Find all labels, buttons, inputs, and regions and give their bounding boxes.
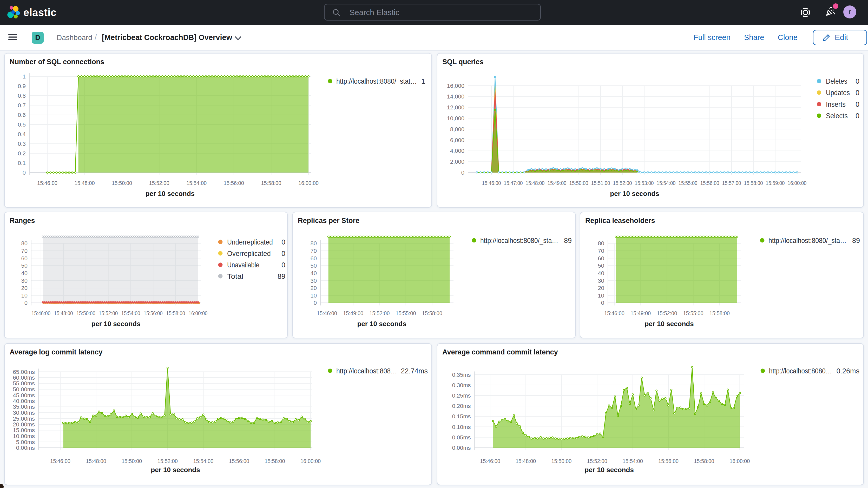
svg-text:http://localhost:808…: http://localhost:808… <box>336 367 397 375</box>
svg-text:10: 10 <box>311 292 317 299</box>
svg-text:8,000: 8,000 <box>450 126 464 132</box>
svg-text:15:56:00: 15:56:00 <box>658 458 679 464</box>
svg-text:65.00ms: 65.00ms <box>13 369 35 375</box>
svg-text:15:50:00: 15:50:00 <box>76 310 95 316</box>
svg-text:16:00:00: 16:00:00 <box>788 180 807 186</box>
svg-text:15:48:00: 15:48:00 <box>54 310 73 316</box>
svg-text:Overreplicated: Overreplicated <box>227 250 271 257</box>
svg-text:15:54:00: 15:54:00 <box>657 180 676 186</box>
svg-text:16:00:00: 16:00:00 <box>301 458 321 464</box>
svg-text:60: 60 <box>21 255 28 262</box>
svg-text:15:58:00: 15:58:00 <box>694 458 714 464</box>
svg-text:60: 60 <box>311 255 317 262</box>
svg-text:30: 30 <box>311 277 317 284</box>
svg-text:0.30ms: 0.30ms <box>452 382 471 389</box>
svg-text:15:50:00: 15:50:00 <box>551 458 571 464</box>
svg-text:0.7: 0.7 <box>18 102 26 109</box>
svg-text:http://localhost:8080/_stat…: http://localhost:8080/_stat… <box>336 78 417 85</box>
svg-text:1: 1 <box>421 78 425 85</box>
svg-text:89: 89 <box>278 273 285 280</box>
svg-text:15:54:00: 15:54:00 <box>193 458 213 464</box>
svg-text:per 10 seconds: per 10 seconds <box>645 320 693 328</box>
svg-text:15:58:00: 15:58:00 <box>422 310 442 316</box>
svg-text:10,000: 10,000 <box>447 115 464 122</box>
svg-text:15:54:00: 15:54:00 <box>623 458 643 464</box>
svg-text:15:59:00: 15:59:00 <box>766 180 785 186</box>
svg-text:15:46:00: 15:46:00 <box>480 458 500 464</box>
svg-text:0: 0 <box>314 300 317 306</box>
svg-text:0.15ms: 0.15ms <box>452 413 471 420</box>
svg-text:10: 10 <box>21 292 28 299</box>
svg-text:40.00ms: 40.00ms <box>13 398 35 404</box>
svg-text:http://localhost:8080/_sta…: http://localhost:8080/_sta… <box>769 237 846 245</box>
svg-text:0.1: 0.1 <box>18 160 26 166</box>
svg-text:89: 89 <box>564 237 572 245</box>
svg-text:35.00ms: 35.00ms <box>13 403 35 410</box>
svg-text:16,000: 16,000 <box>447 83 464 89</box>
svg-text:20.00ms: 20.00ms <box>13 421 35 428</box>
svg-text:15:55:00: 15:55:00 <box>683 310 704 316</box>
svg-text:40: 40 <box>311 270 317 276</box>
svg-text:15:46:00: 15:46:00 <box>604 310 624 316</box>
svg-text:15:48:00: 15:48:00 <box>74 180 95 186</box>
svg-text:15:53:00: 15:53:00 <box>635 180 654 186</box>
svg-text:6,000: 6,000 <box>450 137 464 144</box>
svg-text:15:49:00: 15:49:00 <box>548 180 566 186</box>
svg-text:15:56:00: 15:56:00 <box>224 180 244 186</box>
svg-text:0: 0 <box>856 89 860 97</box>
svg-text:Inserts: Inserts <box>826 100 846 109</box>
svg-text:70: 70 <box>311 248 317 254</box>
svg-text:89: 89 <box>852 237 860 245</box>
svg-text:0.5: 0.5 <box>18 121 26 128</box>
svg-text:15:51:00: 15:51:00 <box>591 180 610 186</box>
svg-text:0.05ms: 0.05ms <box>452 434 471 441</box>
svg-text:0: 0 <box>461 170 464 176</box>
svg-text:0: 0 <box>856 78 860 85</box>
svg-text:0.8: 0.8 <box>18 92 26 99</box>
svg-text:20: 20 <box>598 285 604 291</box>
svg-text:5.00ms: 5.00ms <box>16 439 35 446</box>
svg-text:per 10 seconds: per 10 seconds <box>585 466 634 474</box>
svg-text:10.00ms: 10.00ms <box>13 433 35 439</box>
svg-text:0.6: 0.6 <box>18 112 26 118</box>
svg-text:0.4: 0.4 <box>18 131 26 138</box>
svg-text:per 10 seconds: per 10 seconds <box>151 466 200 474</box>
svg-text:55.00ms: 55.00ms <box>13 380 35 387</box>
svg-text:0.3: 0.3 <box>18 141 26 147</box>
svg-text:http://localhost:8080…: http://localhost:8080… <box>769 367 832 375</box>
svg-text:0.9: 0.9 <box>18 83 26 89</box>
svg-text:http://localhost:8080/_sta…: http://localhost:8080/_sta… <box>480 237 558 245</box>
svg-text:15:49:00: 15:49:00 <box>630 310 651 316</box>
svg-text:10: 10 <box>598 292 604 299</box>
svg-text:4,000: 4,000 <box>450 148 464 154</box>
svg-text:15:56:00: 15:56:00 <box>144 310 163 316</box>
svg-text:0.25ms: 0.25ms <box>452 392 471 399</box>
svg-text:0: 0 <box>281 238 285 246</box>
svg-text:0: 0 <box>601 300 604 306</box>
svg-text:15:57:00: 15:57:00 <box>722 180 741 186</box>
svg-text:15:47:00: 15:47:00 <box>504 180 523 186</box>
svg-text:15:56:00: 15:56:00 <box>229 458 249 464</box>
svg-text:15:46:00: 15:46:00 <box>31 310 51 316</box>
svg-text:Updates: Updates <box>826 89 850 97</box>
svg-text:30: 30 <box>21 277 28 284</box>
svg-text:50: 50 <box>311 263 317 269</box>
svg-text:15:48:00: 15:48:00 <box>516 458 536 464</box>
svg-text:Total: Total <box>227 273 243 280</box>
svg-text:60.00ms: 60.00ms <box>13 374 35 381</box>
svg-text:25.00ms: 25.00ms <box>13 416 35 422</box>
svg-text:30: 30 <box>598 277 604 284</box>
svg-text:80: 80 <box>21 240 28 247</box>
svg-text:15:46:00: 15:46:00 <box>37 180 57 186</box>
svg-text:15:58:00: 15:58:00 <box>710 310 730 316</box>
svg-text:50: 50 <box>21 263 28 269</box>
svg-text:20: 20 <box>21 285 28 291</box>
svg-text:20: 20 <box>311 285 317 291</box>
svg-text:15:52:00: 15:52:00 <box>369 310 390 316</box>
svg-text:45.00ms: 45.00ms <box>13 392 35 399</box>
svg-text:15:46:00: 15:46:00 <box>482 180 501 186</box>
svg-text:22.74ms: 22.74ms <box>401 367 428 375</box>
svg-text:15:48:00: 15:48:00 <box>526 180 545 186</box>
svg-text:70: 70 <box>21 248 28 254</box>
svg-text:per 10 seconds: per 10 seconds <box>610 190 659 197</box>
